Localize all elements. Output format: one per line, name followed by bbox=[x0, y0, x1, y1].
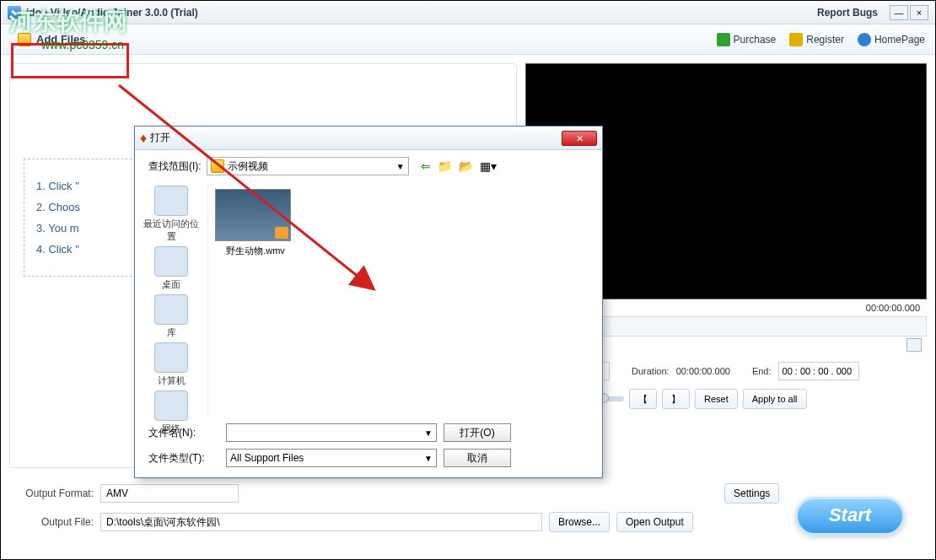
settings-button[interactable]: Settings bbox=[724, 483, 779, 503]
apply-all-button[interactable]: Apply to all bbox=[743, 389, 807, 409]
place-desktop[interactable]: 桌面 bbox=[142, 246, 201, 291]
chevron-down-icon: ▼ bbox=[396, 162, 405, 171]
window-title: idoo Video/Audio Joiner 3.0.0 (Trial) bbox=[26, 7, 817, 19]
report-bugs-link[interactable]: Report Bugs bbox=[817, 7, 878, 19]
output-file-label: Output File: bbox=[16, 516, 94, 528]
back-icon[interactable]: ⇐ bbox=[421, 159, 431, 173]
open-button[interactable]: 打开(O) bbox=[444, 423, 511, 442]
lookup-combo[interactable]: 示例视频 ▼ bbox=[207, 157, 409, 175]
lookup-row: 查找范围(I): 示例视频 ▼ ⇐ 📁 📂 ▦▾ bbox=[135, 150, 602, 182]
filetype-combo[interactable]: All Support Files▼ bbox=[226, 449, 437, 467]
homepage-link[interactable]: HomePage bbox=[858, 33, 925, 46]
purchase-link[interactable]: Purchase bbox=[717, 33, 777, 46]
file-item-label: 野生动物.wmv bbox=[226, 245, 285, 256]
duration-label: Duration: bbox=[632, 366, 670, 376]
output-format-label: Output Format: bbox=[16, 487, 94, 499]
place-recent[interactable]: 最近访问的位置 bbox=[142, 186, 201, 243]
chevron-down-icon: ▼ bbox=[424, 428, 433, 438]
browse-button[interactable]: Browse... bbox=[549, 512, 610, 532]
place-library[interactable]: 库 bbox=[142, 294, 201, 339]
dialog-title: 打开 bbox=[147, 131, 562, 145]
places-sidebar: 最近访问的位置 桌面 库 计算机 网络 bbox=[135, 182, 207, 418]
mark-out-button[interactable]: 】 bbox=[662, 389, 690, 409]
flame-icon: ♦ bbox=[140, 131, 147, 146]
output-file-input[interactable] bbox=[100, 513, 542, 531]
titlebar: idoo Video/Audio Joiner 3.0.0 (Trial) Re… bbox=[1, 1, 935, 24]
trim-end-input[interactable] bbox=[778, 362, 859, 380]
filename-label: 文件名(N): bbox=[148, 426, 219, 440]
dialog-titlebar[interactable]: ♦ 打开 ✕ bbox=[135, 127, 602, 150]
open-output-button[interactable]: Open Output bbox=[616, 512, 693, 532]
view-menu-icon[interactable]: ▦▾ bbox=[480, 159, 497, 173]
place-computer[interactable]: 计算机 bbox=[142, 342, 201, 387]
add-files-label: Add Files bbox=[36, 33, 86, 46]
output-format-input[interactable] bbox=[100, 484, 239, 503]
add-files-button[interactable]: Add Files bbox=[11, 30, 93, 50]
register-link[interactable]: Register bbox=[789, 33, 844, 46]
snapshot-icon[interactable] bbox=[906, 338, 922, 352]
toolbar: Add Files Purchase Register HomePage bbox=[1, 24, 935, 55]
up-folder-icon[interactable]: 📁 bbox=[438, 159, 452, 173]
file-list-area[interactable]: 野生动物.wmv bbox=[207, 182, 602, 418]
end-label: End: bbox=[752, 366, 772, 376]
start-button[interactable]: Start bbox=[795, 497, 905, 536]
play-badge-icon bbox=[275, 227, 288, 239]
folder-plus-icon bbox=[18, 33, 31, 46]
minimize-button[interactable]: — bbox=[890, 5, 908, 20]
filetype-label: 文件类型(T): bbox=[148, 451, 219, 466]
app-icon bbox=[8, 6, 21, 19]
shield-icon bbox=[789, 33, 803, 46]
dialog-close-button[interactable]: ✕ bbox=[562, 131, 597, 146]
file-item[interactable]: 野生动物.wmv bbox=[215, 189, 296, 257]
duration-value: 00:00:00.000 bbox=[676, 366, 730, 376]
folder-icon bbox=[211, 159, 224, 173]
close-button[interactable]: × bbox=[910, 5, 928, 20]
filename-input[interactable]: ▼ bbox=[226, 423, 437, 442]
new-folder-icon[interactable]: 📂 bbox=[459, 159, 473, 173]
video-thumbnail bbox=[215, 189, 291, 241]
reset-button[interactable]: Reset bbox=[695, 389, 738, 409]
mark-in-button[interactable]: 【 bbox=[629, 389, 657, 409]
cart-icon bbox=[717, 33, 730, 46]
file-open-dialog: ♦ 打开 ✕ 查找范围(I): 示例视频 ▼ ⇐ 📁 📂 ▦▾ 最近访问的位置 … bbox=[134, 126, 603, 478]
time-total: 00:00:00.000 bbox=[866, 303, 920, 313]
lookup-label: 查找范围(I): bbox=[148, 159, 202, 174]
cancel-button[interactable]: 取消 bbox=[444, 449, 511, 467]
home-icon bbox=[858, 33, 871, 46]
chevron-down-icon: ▼ bbox=[424, 454, 433, 463]
